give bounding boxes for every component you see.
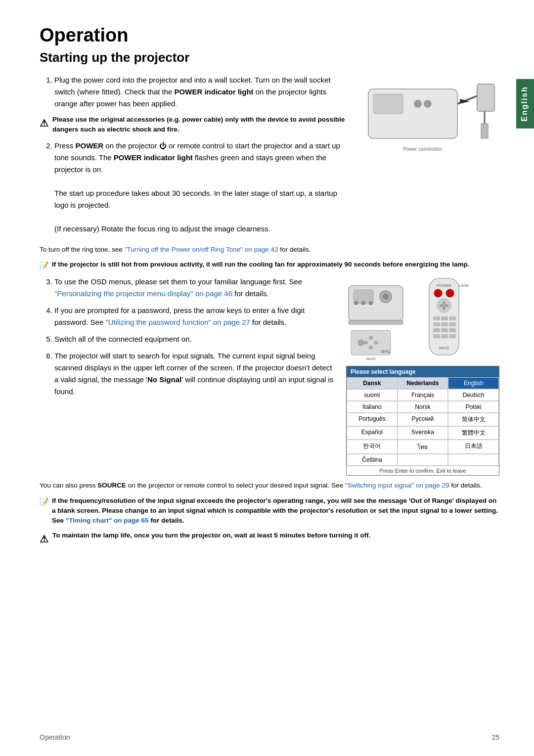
svg-text:POWER: POWER (437, 283, 451, 288)
lang-cell-norsk[interactable]: Norsk (398, 401, 448, 413)
svg-rect-14 (349, 320, 403, 324)
svg-text:LASE: LASE (459, 283, 469, 288)
note-icon: 📝 (40, 260, 49, 271)
svg-point-13 (383, 294, 389, 300)
svg-rect-48 (441, 334, 448, 338)
step1-text: Plug the power cord into the projector a… (40, 74, 351, 240)
step3-link[interactable]: "Personalizing the projector menu displa… (54, 289, 232, 298)
svg-point-20 (358, 340, 364, 346)
lang-dialog: Please select language Dansk Nederlands … (346, 366, 499, 476)
warning1-text: Please use the original accessories (e.g… (52, 115, 351, 135)
lang-cell-japanese[interactable]: 日本語 (448, 440, 499, 454)
svg-rect-40 (449, 316, 456, 320)
warning1-box: ⚠ Please use the original accessories (e… (40, 115, 351, 135)
lang-cell-italiano[interactable]: Italiano (347, 401, 398, 413)
warning-icon: ⚠ (40, 116, 48, 131)
step2-item: Press POWER on the projector ⏻ or remote… (54, 140, 351, 235)
lang-cell-suomi[interactable]: suomi (347, 389, 398, 401)
step3-item: To use the OSD menus, please set them to… (54, 276, 336, 300)
lang-cell-traditional-chinese[interactable]: 繁體中文 (448, 426, 499, 440)
section-title: Starting up the projector (40, 50, 499, 65)
remote-svg: POWER LASE (419, 276, 469, 360)
lang-cell-nederlands[interactable]: Nederlands (398, 377, 448, 389)
page-footer: Operation 25 (40, 733, 499, 741)
step3-right: POWER @nQ. benQ POWER LASE (346, 276, 499, 476)
svg-point-30 (434, 289, 442, 297)
lang-cell-deutsch[interactable]: Deutsch (448, 389, 499, 401)
step1-item: Plug the power cord into the projector a… (54, 74, 351, 110)
footer-label: Operation (40, 733, 70, 741)
page-title: Operation (40, 25, 499, 46)
svg-rect-43 (449, 322, 456, 326)
lang-cell-russian[interactable]: Русский (398, 413, 448, 426)
lang-cell-empty1 (398, 454, 448, 466)
lang-cell-cestina[interactable]: Čeština (347, 454, 398, 466)
svg-rect-5 (477, 84, 494, 111)
lang-cell-dansk[interactable]: Dansk (347, 377, 398, 389)
page-number: 25 (491, 733, 499, 741)
step2-images: POWER @nQ. benQ POWER LASE (346, 276, 499, 360)
svg-point-2 (414, 100, 422, 108)
svg-rect-39 (441, 316, 448, 320)
svg-point-31 (446, 289, 454, 297)
svg-point-16 (361, 301, 365, 305)
lang-cell-polski[interactable]: Polski (448, 401, 499, 413)
lang-cell-svenska[interactable]: Svenska (398, 426, 448, 440)
svg-rect-45 (441, 328, 448, 332)
svg-text:benQ: benQ (366, 356, 376, 360)
svg-rect-41 (433, 322, 440, 326)
lang-dialog-footer: Press Enter to confirm. Exit to leave (347, 466, 499, 475)
lang-cell-portugues[interactable]: Português (347, 413, 398, 426)
source-link[interactable]: "Switching input signal" on page 29 (345, 482, 449, 489)
source-note: You can also press SOURCE on the project… (40, 481, 499, 490)
step1-row: Plug the power cord into the projector a… (40, 74, 499, 240)
lang-cell-korean[interactable]: 한국어 (347, 440, 398, 454)
step3-area: To use the OSD menus, please set them to… (40, 276, 499, 476)
svg-rect-47 (433, 334, 440, 338)
lang-cell-francais[interactable]: Français (398, 389, 448, 401)
page-container: English Operation Starting up the projec… (0, 0, 534, 756)
lang-cell-simplified-chinese[interactable]: 简体中文 (448, 413, 499, 426)
svg-rect-38 (433, 316, 440, 320)
svg-point-3 (424, 100, 432, 108)
lang-grid: Dansk Nederlands English suomi Français … (347, 377, 499, 466)
svg-point-22 (369, 346, 373, 350)
lang-dialog-title: Please select language (347, 366, 499, 377)
svg-rect-49 (449, 334, 456, 338)
note2-icon: 📝 (40, 496, 49, 508)
ringtone-note: To turn off the ring tone, see "Turning … (40, 245, 499, 255)
svg-rect-7 (481, 124, 488, 138)
step5-item: Switch all of the connected equipment on… (54, 333, 336, 345)
svg-point-15 (354, 301, 358, 305)
timing-chart-link[interactable]: "Timing chart" on page 65 (66, 517, 149, 524)
svg-text:Power connection: Power connection (403, 146, 443, 152)
lang-cell-empty2 (448, 454, 499, 466)
svg-rect-42 (441, 322, 448, 326)
svg-text:@nQ.: @nQ. (381, 349, 391, 354)
lang-cell-espanol[interactable]: Español (347, 426, 398, 440)
english-tab: English (516, 79, 534, 129)
note2-box: 📝 If the frequency/resolution of the inp… (40, 496, 499, 526)
svg-point-21 (369, 336, 373, 340)
note1-box: 📝 If the projector is still hot from pre… (40, 260, 499, 271)
note1-text: If the projector is still hot from previ… (52, 260, 469, 269)
warning2-icon: ⚠ (40, 532, 48, 546)
svg-rect-46 (449, 328, 456, 332)
svg-point-37 (442, 303, 446, 308)
step1-image: Power connection (361, 74, 499, 240)
lang-cell-english[interactable]: English (448, 377, 499, 389)
step6-item: The projector will start to search for i… (54, 350, 336, 398)
svg-text:benQ: benQ (439, 346, 449, 350)
lang-cell-thai[interactable]: ไทย (398, 440, 448, 454)
svg-point-23 (364, 341, 368, 345)
step4-link[interactable]: "Utilizing the password function" on pag… (105, 318, 250, 326)
step3-text: To use the OSD menus, please set them to… (40, 276, 336, 476)
svg-point-24 (374, 341, 378, 345)
warning2-box: ⚠ To maintain the lamp life, once you tu… (40, 531, 499, 546)
svg-rect-1 (373, 94, 403, 114)
projector-svg: POWER @nQ. benQ (346, 276, 415, 360)
ringtone-link[interactable]: "Turning off the Power on/off Ring Tone"… (125, 246, 278, 253)
svg-point-17 (369, 301, 373, 305)
warning2-text: To maintain the lamp life, once you turn… (52, 531, 370, 540)
step4-item: If you are prompted for a password, pres… (54, 305, 336, 328)
